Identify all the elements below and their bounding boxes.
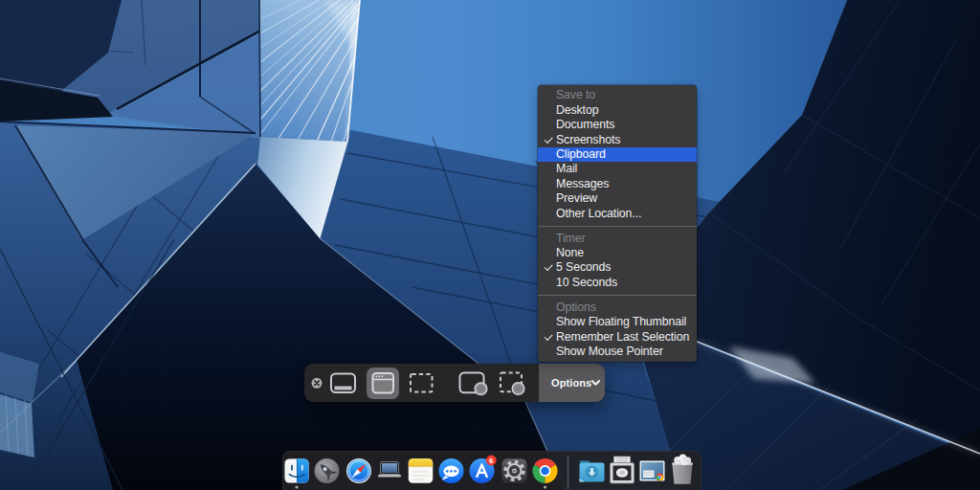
svg-text:6: 6: [489, 457, 494, 465]
